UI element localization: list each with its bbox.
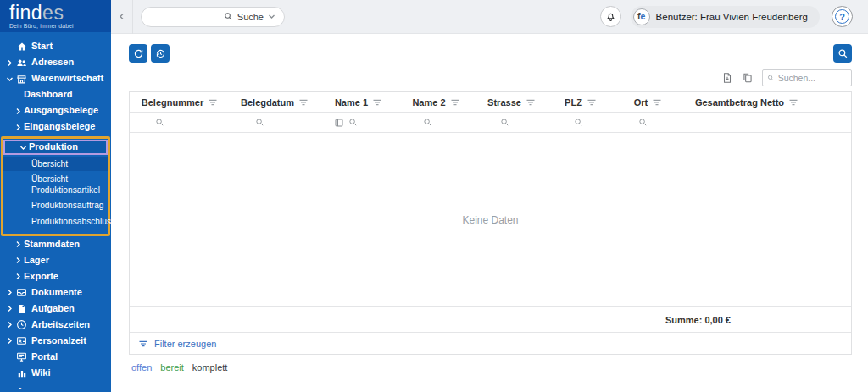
sidebar-item-label: Wiki <box>31 367 51 379</box>
sidebar-item-produktionsabschluss[interactable]: Produktionsabschluss <box>3 216 108 229</box>
column-filter-cell[interactable] <box>320 118 398 128</box>
sidebar-item-label: Dokumente <box>31 287 82 299</box>
filter-menu-icon <box>450 98 460 107</box>
logo-band: findes Dein Büro, immer dabei <box>0 0 111 32</box>
document-icon <box>15 304 28 314</box>
chevron-right-icon <box>5 289 14 296</box>
sidebar-item-übersicht-produktionsartikel[interactable]: Übersicht Produktionsartikel <box>3 174 108 197</box>
sidebar-section-top: Start Adressen Warenwirtschaft <box>0 40 111 134</box>
export-button[interactable] <box>721 72 733 84</box>
logo-part-1: find <box>9 2 42 24</box>
column-filter-cell[interactable] <box>613 118 683 127</box>
filter-menu-icon <box>587 98 597 107</box>
sidebar-item-label: Übersicht Produktionsartikel <box>31 174 105 196</box>
sidebar-item-label: Adressen <box>31 57 74 69</box>
column-filter-cell[interactable] <box>548 118 613 127</box>
sidebar-item-exporte[interactable]: Exporte <box>0 270 111 284</box>
lookup-icon <box>334 118 344 128</box>
summary-total-label: Summe: 0,00 € <box>665 315 731 325</box>
content-area: Belegnummer Belegdatum Name 1 <box>111 34 868 392</box>
column-header[interactable]: Strasse <box>475 97 548 108</box>
chevron-down-icon <box>268 13 275 20</box>
column-header[interactable]: Name 1 <box>320 97 398 108</box>
filter-menu-icon <box>372 98 382 107</box>
column-header-label: Name 1 <box>335 97 368 108</box>
sidebar-item-arbeitszeiten[interactable]: Arbeitszeiten <box>0 318 111 332</box>
status-link[interactable]: offen <box>131 362 152 373</box>
sidebar-item-ausgangsbelege[interactable]: Ausgangsbelege <box>0 104 111 118</box>
column-header-label: Belegnummer <box>142 97 203 108</box>
search-icon <box>574 118 583 127</box>
search-icon <box>423 118 432 127</box>
search-icon <box>767 74 775 82</box>
reset-layout-button[interactable] <box>151 44 170 63</box>
sidebar-item-label: Arbeitszeiten <box>31 319 90 331</box>
sidebar-item-label: Produktionsabschluss <box>31 217 115 228</box>
storefront-icon <box>15 74 28 85</box>
global-search[interactable]: Suche <box>141 7 285 27</box>
chevron-right-icon <box>14 257 22 264</box>
chevron-right-icon <box>5 337 14 345</box>
sidebar-collapsed-item[interactable]: - <box>0 383 111 392</box>
findes-logo: findes <box>9 3 111 24</box>
sidebar-item-lager[interactable]: Lager <box>0 254 111 268</box>
sidebar-item-wiki[interactable]: Wiki <box>0 367 111 380</box>
help-button[interactable]: ? <box>832 6 853 27</box>
sidebar-item-start[interactable]: Start <box>0 40 111 53</box>
chevron-right-icon <box>5 321 14 329</box>
column-header[interactable]: Belegnummer <box>130 97 230 108</box>
sidebar-item-stammdaten[interactable]: Stammdaten <box>0 238 111 251</box>
grid-search-input[interactable] <box>778 73 847 83</box>
grid-summary-row: Summe: 0,00 € <box>130 306 851 332</box>
sidebar-item-warenwirtschaft[interactable]: Warenwirtschaft <box>0 72 111 86</box>
refresh-button[interactable] <box>129 44 147 63</box>
sidebar-item-aufgaben[interactable]: Aufgaben <box>0 302 111 316</box>
toolbar <box>129 44 852 63</box>
sidebar-item-eingangsbelege[interactable]: Eingangsbelege <box>0 120 111 134</box>
search-icon <box>155 118 164 127</box>
sidebar-collapse-button[interactable] <box>111 0 133 34</box>
advanced-search-button[interactable] <box>833 44 852 63</box>
sidebar-item-label: Portal <box>31 351 58 363</box>
grid-empty-area: Keine Daten <box>130 133 851 306</box>
create-filter-link[interactable]: Filter erzeugen <box>130 332 851 354</box>
column-header[interactable]: Gesamtbetrag Netto <box>683 97 810 108</box>
column-header[interactable]: Name 2 <box>398 97 475 108</box>
sidebar-item-produktionsauftrag[interactable]: Produktionsauftrag <box>3 200 108 213</box>
column-header[interactable]: Ort <box>613 97 683 108</box>
user-label: Benutzer: Frau Vivien Freudenberg <box>656 12 808 22</box>
grid-utility-row <box>129 69 852 91</box>
chevron-right-icon <box>5 305 14 312</box>
chevron-right-icon <box>14 124 22 131</box>
column-filter-cell[interactable] <box>475 118 548 127</box>
sidebar-item-produktion[interactable]: Produktion <box>3 140 108 155</box>
sidebar-item-portal[interactable]: Portal <box>0 351 111 364</box>
users-icon <box>15 58 28 69</box>
status-filter-row: offen bereit komplett <box>129 355 852 373</box>
sidebar-item-adressen[interactable]: Adressen <box>0 56 111 69</box>
status-link[interactable]: bereit <box>160 362 184 373</box>
notifications-button[interactable] <box>600 6 621 27</box>
column-filter-cell[interactable] <box>130 118 230 127</box>
copy-button[interactable] <box>742 72 754 84</box>
column-header[interactable]: Belegdatum <box>230 97 320 108</box>
home-icon <box>15 41 28 52</box>
sidebar-item-übersicht[interactable]: Übersicht <box>3 157 108 171</box>
sidebar-item-personalzeit[interactable]: Personalzeit <box>0 334 111 348</box>
column-header-label: Name 2 <box>412 97 445 108</box>
sidebar: findes Dein Büro, immer dabei Start Adre… <box>0 0 111 392</box>
column-filter-cell[interactable] <box>398 118 475 127</box>
chevron-left-icon <box>118 13 125 20</box>
sidebar-item-dashboard[interactable]: Dashboard <box>0 88 111 102</box>
column-header-label: Strasse <box>487 97 521 108</box>
filter-menu-icon <box>298 98 309 107</box>
user-menu[interactable]: fe Benutzer: Frau Vivien Freudenberg <box>631 6 820 28</box>
chevron-right-icon <box>14 240 22 248</box>
sidebar-item-dokumente[interactable]: Dokumente <box>0 286 111 300</box>
produktion-highlight-box: Produktion Übersicht Übersicht Produktio… <box>1 136 110 235</box>
status-link[interactable]: komplett <box>192 362 228 373</box>
main-area: Suche fe Benutzer: Frau Vivien Freudenbe… <box>111 0 868 392</box>
column-filter-cell[interactable] <box>230 118 320 127</box>
sidebar-item-label: Stammdaten <box>24 239 80 251</box>
column-header[interactable]: PLZ <box>548 97 613 108</box>
